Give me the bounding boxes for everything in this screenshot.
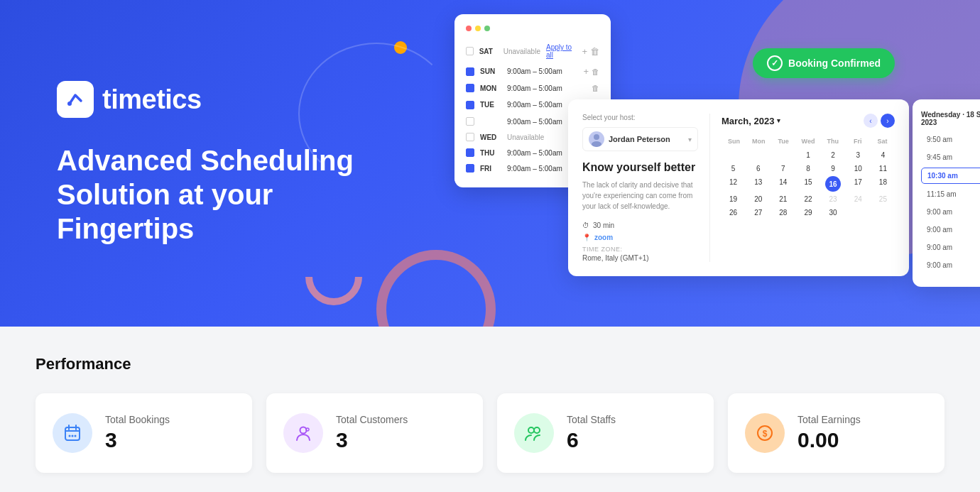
earnings-icon: $ bbox=[745, 413, 785, 453]
svg-point-8 bbox=[72, 435, 74, 437]
booking-calendar: March, 2023 ▾ ‹ › Sun Mon Tue Wed Thu Fr… bbox=[710, 114, 895, 262]
staffs-info: Total Staffs 6 bbox=[567, 414, 616, 452]
sun-checkbox[interactable] bbox=[466, 67, 474, 76]
timeslot-1030[interactable]: 10:30 am bbox=[921, 168, 980, 184]
calendar-next-btn[interactable]: › bbox=[881, 114, 895, 128]
fri-checkbox[interactable] bbox=[466, 164, 474, 173]
svg-point-10 bbox=[300, 427, 307, 434]
select-host-label: Select your host: bbox=[582, 114, 698, 121]
earnings-label: Total Earnings bbox=[797, 414, 861, 425]
host-name: Jordan Peterson bbox=[609, 135, 684, 143]
stat-card-customers: Total Customers 3 bbox=[266, 393, 483, 473]
service-platform: 📍 zoom bbox=[582, 234, 698, 241]
timeslot-900a[interactable]: 9:00 am bbox=[921, 204, 980, 219]
staffs-value: 6 bbox=[567, 428, 616, 452]
logo-text: timetics bbox=[102, 84, 202, 115]
service-description: The lack of clarity and decisive that yo… bbox=[582, 180, 698, 212]
svg-rect-3 bbox=[65, 427, 80, 440]
stat-card-earnings: $ Total Earnings 0.00 bbox=[728, 393, 944, 473]
hero-tagline: Advanced Scheduling Solution at your Fin… bbox=[57, 143, 412, 246]
hero-section: timetics Advanced Scheduling Solution at… bbox=[0, 0, 980, 327]
timeslot-900b[interactable]: 9:00 am bbox=[921, 222, 980, 237]
staffs-label: Total Staffs bbox=[567, 414, 616, 425]
svg-point-0 bbox=[67, 102, 72, 106]
customers-info: Total Customers 3 bbox=[336, 414, 408, 452]
timeslot-950[interactable]: 9:50 am bbox=[921, 132, 980, 147]
window-dots bbox=[466, 26, 599, 31]
earnings-value: 0.00 bbox=[797, 428, 861, 452]
calendar-nav: ‹ › bbox=[864, 114, 895, 128]
timeslot-900d[interactable]: 9:00 am bbox=[921, 258, 980, 273]
calendar-header: March, 2023 ▾ ‹ › bbox=[722, 114, 895, 128]
staffs-icon bbox=[514, 413, 554, 453]
thu-checkbox[interactable] bbox=[466, 148, 474, 157]
logo-icon bbox=[57, 81, 94, 118]
timeslot-945[interactable]: 9:45 am bbox=[921, 150, 980, 165]
clock-icon: ⏱ bbox=[582, 222, 589, 229]
stats-grid: Total Bookings 3 Total Customers 3 bbox=[36, 393, 944, 473]
location-icon: 📍 bbox=[582, 234, 591, 241]
svg-point-2 bbox=[592, 141, 601, 147]
timezone-label: TIME ZONE: bbox=[582, 246, 698, 253]
dot-green bbox=[484, 26, 490, 31]
host-avatar bbox=[589, 131, 604, 147]
performance-title: Performance bbox=[36, 355, 944, 373]
tue-checkbox[interactable] bbox=[466, 101, 474, 109]
stat-card-staffs: Total Staffs 6 bbox=[497, 393, 714, 473]
booking-left-panel: Select your host: Jordan Peterson ▾ Know… bbox=[582, 114, 710, 262]
customers-value: 3 bbox=[336, 428, 408, 452]
sat-checkbox[interactable] bbox=[466, 47, 474, 55]
timeslot-1115[interactable]: 11:15 am bbox=[921, 187, 980, 202]
timeslot-900c[interactable]: 9:00 am bbox=[921, 240, 980, 255]
bookings-value: 3 bbox=[105, 428, 170, 452]
mon-checkbox[interactable] bbox=[466, 84, 474, 92]
calendar-month: March, 2023 ▾ bbox=[722, 116, 780, 126]
service-title: Know yourself better bbox=[582, 161, 698, 174]
logo: timetics bbox=[57, 81, 412, 118]
svg-point-7 bbox=[69, 435, 71, 437]
svg-point-13 bbox=[534, 427, 540, 433]
calendar-days-of-week: Sun Mon Tue Wed Thu Fri Sat bbox=[722, 136, 895, 146]
timeslot-panel: Wednesday · 18 Sep, 2023 9:50 am 9:45 am… bbox=[913, 99, 980, 287]
dot-yellow bbox=[475, 26, 481, 31]
bookings-icon bbox=[53, 413, 92, 453]
bookings-label: Total Bookings bbox=[105, 414, 170, 425]
schedule-row-sat: SAT Unavailable Apply to all +🗑 bbox=[466, 40, 599, 62]
dot-red bbox=[466, 26, 472, 31]
booking-confirmed-badge: ✓ Booking Confirmed bbox=[753, 48, 895, 78]
timezone-value: Rome, Italy (GMT+1) bbox=[582, 254, 698, 262]
service-duration: ⏱ 30 min bbox=[582, 222, 698, 229]
calendar-grid: 1 2 3 4 5 6 7 8 9 10 11 12 13 14 15 16 1 bbox=[722, 149, 895, 219]
check-icon: ✓ bbox=[767, 55, 783, 71]
svg-point-12 bbox=[528, 427, 534, 433]
hero-left-content: timetics Advanced Scheduling Solution at… bbox=[0, 38, 412, 288]
earnings-info: Total Earnings 0.00 bbox=[797, 414, 861, 452]
schedule-row-sun: SUN 9:00am – 5:00am +🗑 bbox=[466, 62, 599, 80]
host-chevron-icon: ▾ bbox=[688, 136, 692, 143]
schedule-row-mon: MON 9:00am – 5:00am 🗑 bbox=[466, 80, 599, 96]
customers-label: Total Customers bbox=[336, 414, 408, 425]
svg-text:$: $ bbox=[763, 429, 768, 439]
tue2-checkbox[interactable] bbox=[466, 117, 474, 126]
wed-checkbox[interactable] bbox=[466, 133, 474, 141]
bookings-info: Total Bookings 3 bbox=[105, 414, 170, 452]
stat-card-bookings: Total Bookings 3 bbox=[36, 393, 252, 473]
host-select[interactable]: Jordan Peterson ▾ bbox=[582, 127, 698, 151]
chevron-down-icon: ▾ bbox=[777, 117, 780, 124]
calendar-prev-btn[interactable]: ‹ bbox=[864, 114, 878, 128]
svg-point-1 bbox=[594, 134, 599, 140]
performance-section: Performance Total Bookings 3 bbox=[0, 327, 980, 492]
svg-point-11 bbox=[306, 428, 309, 431]
booking-card: Select your host: Jordan Peterson ▾ Know… bbox=[568, 99, 909, 276]
svg-point-9 bbox=[75, 435, 77, 437]
ui-mock: ✓ Booking Confirmed SAT Unavailable Appl… bbox=[454, 0, 980, 327]
calendar-today[interactable]: 16 bbox=[825, 176, 841, 192]
timeslot-day-header: Wednesday · 18 Sep, 2023 bbox=[921, 111, 980, 126]
customers-icon bbox=[283, 413, 323, 453]
